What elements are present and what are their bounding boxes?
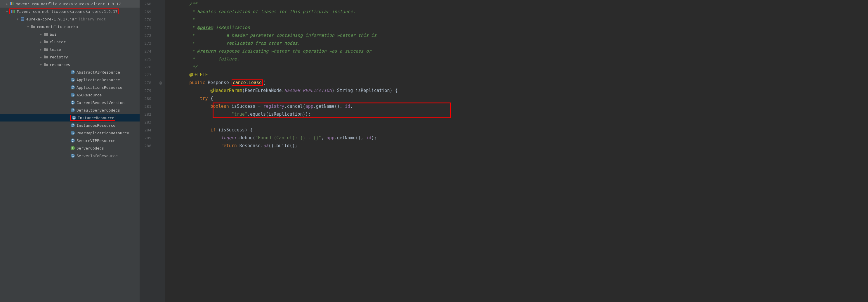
svg-text:C: C <box>71 78 73 82</box>
line-number: 274 <box>140 47 151 55</box>
gutter-marker <box>157 111 165 118</box>
tree-item-label: PeerReplicationResource <box>76 131 129 135</box>
line-number: 272 <box>140 32 151 39</box>
code-line[interactable]: * replicated from other nodes. <box>168 39 868 47</box>
code-line[interactable]: return Response.ok().build(); <box>168 142 868 150</box>
folder-icon <box>43 47 49 52</box>
svg-rect-3 <box>11 10 12 13</box>
tree-item-label: aws <box>50 32 56 36</box>
code-editor[interactable]: 2682692702712722732742752762772782792802… <box>140 0 868 302</box>
code-line[interactable]: */ <box>168 63 868 71</box>
gutter-marker <box>157 71 165 79</box>
code-line[interactable]: * @param isReplication <box>168 24 868 32</box>
lib-icon <box>9 1 14 6</box>
code-line[interactable]: * <box>168 16 868 24</box>
gutter-marker <box>157 87 165 95</box>
expand-arrow-icon[interactable] <box>38 48 43 51</box>
svg-text:C: C <box>71 154 73 157</box>
code-line[interactable]: logger.debug("Found (Cancel): {} - {}", … <box>168 134 868 142</box>
class-icon: C <box>70 108 75 113</box>
tree-item-label: AbstractVIPResource <box>76 70 120 74</box>
tree-item[interactable]: resources <box>0 61 140 68</box>
tree-item-label: SecureVIPResource <box>76 139 115 143</box>
expand-arrow-icon[interactable] <box>5 10 9 13</box>
tree-item-label: Maven: com.netflix.eureka:eureka-client:… <box>16 2 121 6</box>
svg-text:C: C <box>71 124 73 127</box>
code-line[interactable]: @DELETE <box>168 71 868 79</box>
code-line[interactable]: @HeaderParam(PeerEurekaNode.HEADER_REPLI… <box>168 87 868 95</box>
class-icon: C <box>70 138 75 143</box>
tree-item-label: InstanceResource <box>78 116 114 120</box>
tree-item-label: ApplicationsResource <box>76 85 122 90</box>
code-line[interactable]: "true".equals(isReplication)); <box>168 111 868 118</box>
expand-arrow-icon[interactable] <box>38 33 43 36</box>
tree-item[interactable]: cluster <box>0 38 140 46</box>
lib-icon <box>10 9 16 14</box>
expand-arrow-icon[interactable] <box>38 40 43 43</box>
tree-item[interactable]: CSecureVIPResource <box>0 137 140 144</box>
code-line[interactable]: * Handles cancellation of leases for thi… <box>168 8 868 16</box>
project-tree[interactable]: Maven: com.netflix.eureka:eureka-client:… <box>0 0 140 302</box>
line-number: 279 <box>140 87 151 95</box>
gutter-marker <box>157 95 165 102</box>
tree-item[interactable]: Maven: com.netflix.eureka:eureka-client:… <box>0 0 140 8</box>
expand-arrow-icon[interactable] <box>15 18 20 21</box>
tree-item[interactable]: lease <box>0 46 140 53</box>
tree-item[interactable]: CServerInfoResource <box>0 152 140 159</box>
tree-item[interactable]: CDefaultServerCodecs <box>0 106 140 114</box>
line-number: 283 <box>140 118 151 126</box>
tree-item[interactable]: CInstanceResource <box>0 114 140 121</box>
class-icon: C <box>70 70 75 74</box>
svg-text:I: I <box>72 147 73 150</box>
tree-item[interactable]: com.netflix.eureka <box>0 23 140 30</box>
gutter-marker <box>157 0 165 8</box>
code-line[interactable]: public Response cancelLease( <box>168 79 868 87</box>
highlight-box: CInstanceResource <box>70 115 115 121</box>
tree-item[interactable]: IServerCodecs <box>0 144 140 152</box>
folder-icon <box>30 24 36 29</box>
tree-item[interactable]: CAbstractVIPResource <box>0 68 140 76</box>
expand-arrow-icon[interactable] <box>5 2 9 5</box>
code-line[interactable]: if (isSuccess) { <box>168 126 868 134</box>
code-line[interactable] <box>168 118 868 126</box>
tree-item[interactable]: aws <box>0 30 140 38</box>
expand-arrow-icon[interactable] <box>38 56 43 59</box>
tree-item-label: ApplicationResource <box>76 78 120 82</box>
expand-arrow-icon[interactable] <box>26 25 30 28</box>
gutter-marker <box>157 126 165 134</box>
tree-item[interactable]: eureka-core-1.9.17.jarlibrary root <box>0 15 140 23</box>
svg-text:C: C <box>71 131 73 134</box>
gutter-marker <box>157 63 165 71</box>
svg-text:C: C <box>71 101 73 104</box>
line-number: 278 <box>140 79 151 87</box>
code-line[interactable]: /** <box>168 0 868 8</box>
tree-item-label: ServerCodecs <box>76 146 104 150</box>
code-content[interactable]: /** * Handles cancellation of leases for… <box>165 0 868 302</box>
tree-item[interactable]: CASGResource <box>0 91 140 99</box>
tree-item[interactable]: registry <box>0 53 140 61</box>
code-line[interactable]: * failure. <box>168 55 868 63</box>
gutter-marker <box>157 32 165 39</box>
class-icon: C <box>70 78 75 82</box>
code-line[interactable]: * a header parameter containing informat… <box>168 32 868 39</box>
code-line[interactable]: try { <box>168 95 868 102</box>
tree-item[interactable]: CPeerReplicationResource <box>0 129 140 137</box>
gutter-marker <box>157 102 165 111</box>
tree-item-label: InstancesResource <box>76 123 115 128</box>
class-icon: C <box>70 93 75 97</box>
highlight-box: Maven: com.netflix.eureka:eureka-core:1.… <box>9 8 119 14</box>
line-number: 281 <box>140 102 151 111</box>
tree-item[interactable]: CApplicationResource <box>0 76 140 84</box>
tree-item[interactable]: CInstancesResource <box>0 121 140 129</box>
tree-item[interactable]: CApplicationsResource <box>0 84 140 91</box>
gutter-marker <box>157 134 165 142</box>
svg-rect-2 <box>12 2 13 5</box>
code-line[interactable]: boolean isSuccess = registry.cancel(app.… <box>168 102 868 111</box>
tree-item[interactable]: CCurrentRequestVersion <box>0 99 140 106</box>
svg-rect-7 <box>21 18 24 19</box>
code-line[interactable]: * @return response indicating whether th… <box>168 47 868 55</box>
svg-text:C: C <box>71 109 73 112</box>
tree-item[interactable]: Maven: com.netflix.eureka:eureka-core:1.… <box>0 8 140 15</box>
expand-arrow-icon[interactable] <box>38 63 43 66</box>
tree-item-label: cluster <box>50 40 66 44</box>
